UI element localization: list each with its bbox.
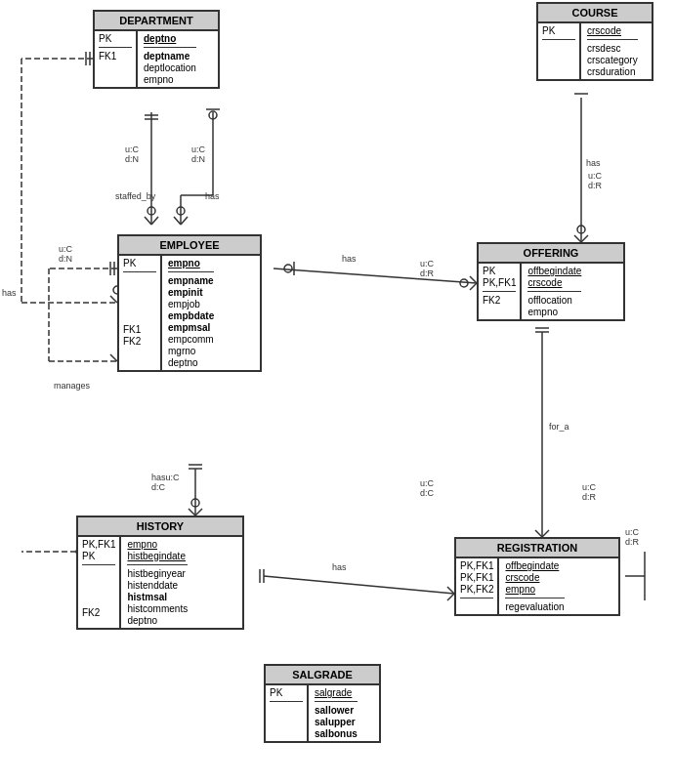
salgrade-entity: SALGRADE PK salgrade sallower salupper s… xyxy=(264,664,381,743)
svg-line-41 xyxy=(535,530,542,537)
svg-line-51 xyxy=(264,576,454,594)
employee-entity: EMPLOYEE PK FK1 FK2 empno empname empini… xyxy=(117,234,262,372)
course-pk-attr: crscode xyxy=(587,25,638,36)
registration-title: REGISTRATION xyxy=(456,539,618,558)
svg-point-32 xyxy=(460,279,468,287)
svg-line-47 xyxy=(195,509,202,516)
course-attr-crsduration: crsduration xyxy=(587,66,638,77)
label-has-dept: has xyxy=(205,191,220,201)
label-staffed-by: staffed_by xyxy=(115,191,155,201)
reg-pkfk2-label: PK,FK2 xyxy=(460,584,493,595)
svg-line-36 xyxy=(574,235,581,242)
hist-pk-histbegindate: histbegindate xyxy=(127,551,188,561)
reg-pk-offbegindate: offbegindate xyxy=(505,560,564,571)
offering-fk2-label: FK2 xyxy=(483,295,516,306)
emp-attr-deptno: deptno xyxy=(168,357,214,368)
dept-fk-label: FK1 xyxy=(99,51,132,62)
history-title: HISTORY xyxy=(78,517,242,537)
course-attr-crsdesc: crsdesc xyxy=(587,43,638,54)
hist-attr-histenddate: histenddate xyxy=(127,580,188,591)
emp-attr-empmsal: empmsal xyxy=(168,322,214,333)
label-uc-dn-dept1: u:Cd:N xyxy=(125,144,139,164)
emp-pk-label: PK xyxy=(123,258,156,268)
svg-line-17 xyxy=(110,354,117,361)
offering-title: OFFERING xyxy=(479,244,623,264)
reg-pk-empno: empno xyxy=(505,584,564,595)
label-uc-dr-offering: u:Cd:R xyxy=(420,259,434,278)
svg-point-48 xyxy=(191,499,199,507)
course-entity: COURSE PK crscode crsdesc crscategory cr… xyxy=(536,2,653,81)
diagram-container: DEPARTMENT PK FK1 deptno deptname deptlo… xyxy=(0,0,674,784)
svg-line-31 xyxy=(470,283,477,290)
course-title: COURSE xyxy=(538,4,652,23)
emp-attr-empinit: empinit xyxy=(168,287,214,298)
emp-attr-empname: empname xyxy=(168,275,214,286)
dept-attr-deptname: deptname xyxy=(144,51,196,62)
history-entity: HISTORY PK,FK1 PK FK2 empno histbegindat… xyxy=(76,516,244,630)
emp-pk-attr: empno xyxy=(168,258,214,268)
svg-point-11 xyxy=(177,207,185,215)
reg-pk-crscode: crscode xyxy=(505,572,564,583)
label-has-course: has xyxy=(586,158,601,168)
emp-attr-empbdate: empbdate xyxy=(168,310,214,321)
offering-pkfk1-label: PK,FK1 xyxy=(483,277,516,288)
svg-line-37 xyxy=(581,235,588,242)
sal-pk-salgrade: salgrade xyxy=(315,687,358,698)
svg-line-24 xyxy=(110,296,117,303)
label-uc-dr-course: u:Cd:R xyxy=(588,171,602,190)
svg-line-10 xyxy=(181,217,188,225)
sal-pk-label: PK xyxy=(270,687,303,698)
reg-pkfk1-label: PK,FK1 xyxy=(460,560,493,571)
offering-pk-offbegindate: offbegindate xyxy=(527,266,581,276)
svg-line-29 xyxy=(274,268,477,283)
dept-pk-attr: deptno xyxy=(144,33,196,44)
hist-fk2-label: FK2 xyxy=(82,607,115,618)
svg-line-46 xyxy=(189,509,195,516)
hist-attr-histcomments: histcomments xyxy=(127,603,188,614)
hist-pk-label: PK xyxy=(82,551,115,561)
label-has-emp-offering: has xyxy=(342,254,357,264)
reg-pkfk1b-label: PK,FK1 xyxy=(460,572,493,583)
label-has-left: has xyxy=(2,288,17,298)
sal-attr-salbonus: salbonus xyxy=(315,728,358,739)
svg-point-33 xyxy=(284,265,292,272)
reg-attr-regevaluation: regevaluation xyxy=(505,601,564,612)
svg-line-9 xyxy=(174,217,181,225)
svg-line-53 xyxy=(447,594,454,600)
svg-point-3 xyxy=(147,207,155,215)
sal-attr-sallower: sallower xyxy=(315,705,358,716)
emp-attr-empjob: empjob xyxy=(168,299,214,309)
label-uc-dn-left: u:Cd:N xyxy=(59,244,72,264)
svg-line-52 xyxy=(447,587,454,594)
offering-entity: OFFERING PK PK,FK1 FK2 offbegindate crsc… xyxy=(477,242,625,321)
svg-line-2 xyxy=(151,217,158,225)
svg-line-42 xyxy=(542,530,549,537)
hist-pk-empno: empno xyxy=(127,539,188,550)
emp-attr-mgrno: mgrno xyxy=(168,346,214,356)
label-manages: manages xyxy=(54,381,90,391)
offering-attr-offlocation: offlocation xyxy=(527,295,581,306)
offering-attr-empno: empno xyxy=(527,307,581,317)
label-uc-dr-reg1: u:Cd:R xyxy=(582,482,596,502)
label-for-a: for_a xyxy=(549,422,569,432)
offering-pk-label: PK xyxy=(483,266,516,276)
emp-attr-empcomm: empcomm xyxy=(168,334,214,345)
registration-entity: REGISTRATION PK,FK1 PK,FK1 PK,FK2 offbeg… xyxy=(454,537,620,616)
department-title: DEPARTMENT xyxy=(95,12,218,31)
emp-fk1-label: FK1 xyxy=(123,324,156,335)
hist-attr-deptno: deptno xyxy=(127,615,188,626)
dept-pk-label: PK xyxy=(99,33,132,44)
svg-point-12 xyxy=(209,111,217,119)
label-uc-dr-reg2: u:Cd:R xyxy=(625,527,639,547)
salgrade-title: SALGRADE xyxy=(266,666,379,685)
department-entity: DEPARTMENT PK FK1 deptno deptname deptlo… xyxy=(93,10,220,89)
dept-attr-empno: empno xyxy=(144,74,196,85)
employee-title: EMPLOYEE xyxy=(119,236,260,256)
label-uc-dc-hist: u:Cd:C xyxy=(420,478,434,498)
label-has-hist: has xyxy=(332,562,347,572)
hist-attr-histmsal: histmsal xyxy=(127,592,188,602)
course-attr-crscategory: crscategory xyxy=(587,55,638,65)
hist-attr-histbeginyear: histbeginyear xyxy=(127,568,188,579)
sal-attr-salupper: salupper xyxy=(315,717,358,727)
svg-line-1 xyxy=(145,217,151,225)
